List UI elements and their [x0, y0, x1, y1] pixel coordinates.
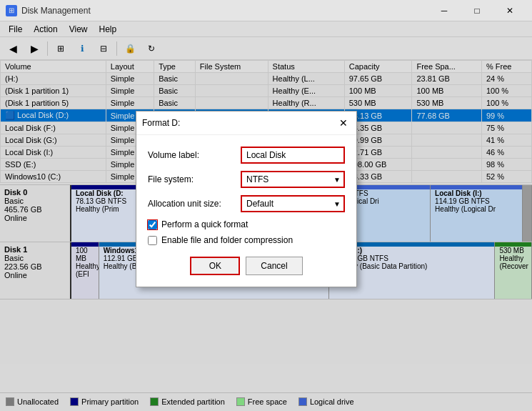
quick-format-label: Perform a quick format	[161, 219, 248, 229]
volume-label-control	[241, 147, 345, 164]
file-system-select-wrapper: NTFS FAT32 exFAT ▼	[241, 171, 345, 188]
dialog-overlay: Format D: ✕ Volume label: File system: N…	[0, 0, 532, 411]
volume-label-text: Volume label:	[148, 150, 241, 160]
compression-label: Enable file and folder compression	[161, 235, 293, 245]
compression-row: Enable file and folder compression	[148, 235, 345, 245]
allocation-row: Allocation unit size: Default 512 1024 2…	[148, 195, 345, 212]
file-system-select[interactable]: NTFS FAT32 exFAT	[241, 171, 345, 188]
allocation-select[interactable]: Default 512 1024 2048 4096	[241, 195, 345, 212]
file-system-label: File system:	[148, 174, 241, 184]
dialog-close-button[interactable]: ✕	[336, 116, 351, 130]
allocation-label: Allocation unit size:	[148, 199, 241, 209]
quick-format-checkbox[interactable]	[148, 220, 157, 229]
volume-label-row: Volume label:	[148, 147, 345, 164]
dialog-titlebar: Format D: ✕	[136, 112, 356, 135]
allocation-select-wrapper: Default 512 1024 2048 4096 ▼	[241, 195, 345, 212]
dialog-body: Volume label: File system: NTFS FAT32 ex…	[136, 135, 356, 287]
cancel-button[interactable]: Cancel	[246, 257, 302, 275]
quick-format-row: Perform a quick format	[148, 219, 345, 229]
compression-checkbox[interactable]	[148, 236, 157, 245]
dialog-title: Format D:	[142, 118, 180, 128]
format-dialog: Format D: ✕ Volume label: File system: N…	[136, 111, 357, 287]
ok-button[interactable]: OK	[190, 257, 240, 275]
volume-label-input[interactable]	[241, 147, 345, 164]
file-system-row: File system: NTFS FAT32 exFAT ▼	[148, 171, 345, 188]
dialog-buttons: OK Cancel	[148, 257, 345, 275]
